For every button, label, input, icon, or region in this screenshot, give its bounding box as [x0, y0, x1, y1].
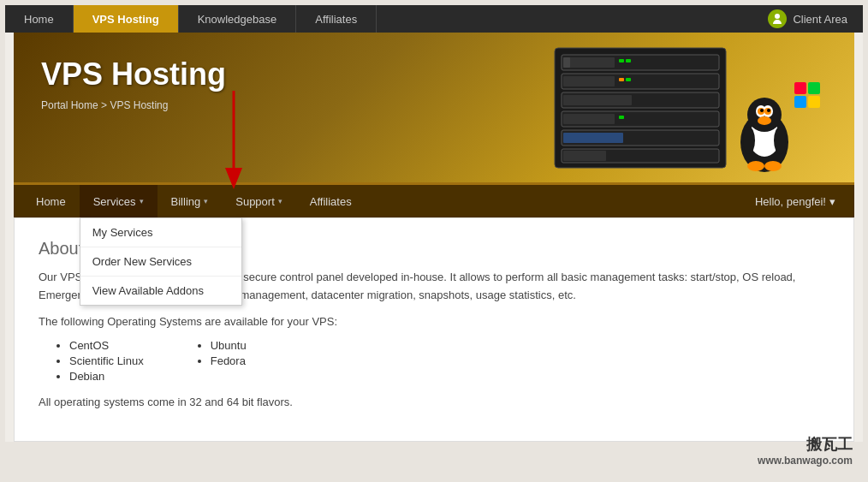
svg-rect-7: [563, 76, 615, 86]
sec-nav-home[interactable]: Home: [22, 185, 80, 217]
os-item: Debian: [69, 370, 144, 383]
svg-rect-11: [563, 95, 632, 105]
hello-user[interactable]: Hello, pengfei! ▾: [745, 195, 846, 208]
os-columns: CentOS Scientific Linux Debian Ubuntu Fe…: [54, 339, 829, 385]
os-list-right: Ubuntu Fedora: [195, 339, 247, 385]
sec-nav: Home Services ▾ My Services Order New Se…: [14, 185, 854, 217]
os-item: CentOS: [69, 339, 144, 352]
svg-rect-33: [794, 82, 806, 94]
svg-point-31: [747, 161, 764, 171]
page-wrapper: Home VPS Hosting Knowledgebase Affiliate…: [0, 0, 868, 482]
top-nav-spacer: [377, 5, 752, 33]
watermark: 搬瓦工 www.banwago.com: [758, 434, 853, 467]
top-nav-vps[interactable]: VPS Hosting: [74, 5, 179, 33]
breadcrumb-current: VPS Hosting: [110, 99, 168, 111]
os-list-left: CentOS Scientific Linux Debian: [54, 339, 144, 385]
client-area-icon: [768, 9, 787, 28]
os-item: Ubuntu: [211, 339, 247, 352]
svg-rect-14: [619, 116, 624, 119]
top-nav-home[interactable]: Home: [5, 5, 74, 33]
svg-marker-38: [225, 168, 242, 189]
sec-nav-services[interactable]: Services ▾: [80, 185, 158, 217]
svg-rect-34: [808, 82, 820, 94]
top-nav-affiliates[interactable]: Affiliates: [296, 5, 377, 33]
content-para3: All operating systems come in 32 and 64 …: [39, 394, 829, 412]
services-arrow-icon: ▾: [140, 197, 144, 205]
svg-point-29: [743, 127, 755, 154]
svg-rect-3: [563, 57, 570, 68]
svg-rect-16: [563, 133, 623, 143]
top-nav: Home VPS Hosting Knowledgebase Affiliate…: [5, 5, 863, 33]
svg-rect-9: [626, 78, 631, 81]
red-arrow: [212, 91, 255, 196]
svg-rect-8: [619, 78, 624, 81]
hello-user-text: Hello, pengfei!: [755, 195, 826, 208]
svg-rect-18: [563, 151, 606, 161]
svg-rect-4: [619, 59, 624, 62]
svg-point-26: [760, 109, 764, 112]
breadcrumb-sep: >: [98, 99, 110, 111]
top-nav-kb[interactable]: Knowledgebase: [179, 5, 297, 33]
hero-banner: VPS Hosting Portal Home > VPS Hosting: [14, 33, 854, 185]
support-arrow-icon: ▾: [278, 197, 282, 205]
svg-rect-5: [626, 59, 631, 62]
svg-point-30: [774, 127, 786, 154]
svg-rect-35: [794, 96, 806, 108]
svg-point-32: [764, 161, 782, 171]
client-area-button[interactable]: Client Area: [752, 5, 863, 33]
watermark-zh: 搬瓦工: [758, 434, 853, 455]
breadcrumb-home[interactable]: Portal Home: [41, 99, 98, 111]
os-item: Fedora: [211, 354, 247, 367]
svg-rect-2: [563, 57, 615, 68]
svg-rect-13: [563, 114, 615, 124]
svg-point-27: [767, 109, 770, 112]
content-para2: The following Operating Systems are avai…: [39, 313, 829, 331]
services-dropdown-container: Services ▾ My Services Order New Service…: [80, 185, 158, 217]
hero-image: [546, 39, 837, 179]
dropdown-view-addons[interactable]: View Available Addons: [80, 277, 241, 305]
sec-nav-affiliates[interactable]: Affiliates: [296, 185, 366, 217]
svg-point-28: [758, 116, 771, 125]
watermark-url: www.banwago.com: [758, 455, 853, 467]
billing-arrow-icon: ▾: [204, 197, 208, 205]
user-dropdown-icon: ▾: [829, 195, 835, 208]
os-item: Scientific Linux: [69, 354, 144, 367]
dropdown-order-new[interactable]: Order New Services: [80, 247, 241, 277]
svg-rect-36: [808, 96, 820, 108]
dropdown-my-services[interactable]: My Services: [80, 218, 241, 247]
inner-wrapper: Home VPS Hosting Knowledgebase Affiliate…: [5, 5, 863, 442]
client-area-label: Client Area: [793, 13, 847, 26]
services-dropdown-menu: My Services Order New Services View Avai…: [80, 217, 242, 306]
